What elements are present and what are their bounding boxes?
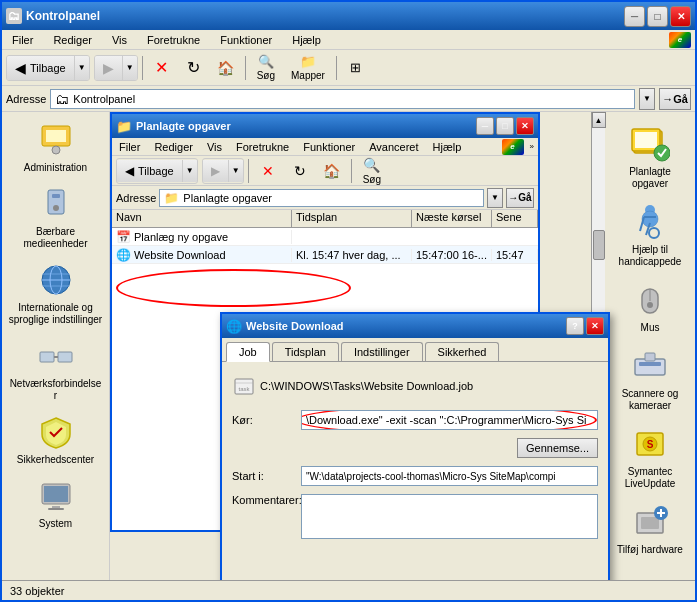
startin-row: Start i:: [232, 466, 598, 486]
minimize-button[interactable]: ─: [624, 6, 645, 27]
icon-mus[interactable]: Mus: [609, 276, 691, 338]
browse-button[interactable]: Gennemse...: [517, 438, 598, 458]
menu-foretrukne[interactable]: Foretrukne: [141, 32, 206, 48]
main-address-bar: Adresse 🗂 Kontrolpanel ▼ → Gå: [2, 86, 695, 112]
scroll-up-btn[interactable]: ▲: [592, 112, 606, 128]
table-row[interactable]: 🌐 Website Download Kl. 15:47 hver dag, .…: [112, 246, 538, 264]
wd-close-btn[interactable]: ✕: [586, 317, 604, 335]
icon-symantec[interactable]: S Symantec LiveUpdate: [609, 420, 691, 494]
menu-filer[interactable]: Filer: [6, 32, 39, 48]
address-input-container: 🗂 Kontrolpanel: [50, 89, 635, 109]
tab-job[interactable]: Job: [226, 342, 270, 362]
pt-col-naeste[interactable]: Næste kørsel: [412, 210, 492, 227]
icon-system[interactable]: System: [6, 472, 105, 534]
icon-scannere[interactable]: Scannere og kameraer: [609, 342, 691, 416]
icon-security[interactable]: Sikkerhedscenter: [6, 408, 105, 470]
planned-tasks-title: Planlagte opgaver: [136, 120, 231, 132]
pt-toolbar-sep-2: [351, 159, 352, 183]
home-icon: 🏠: [218, 60, 234, 76]
pt-forward-dropdown[interactable]: ▼: [229, 160, 243, 182]
stop-button[interactable]: ✕: [147, 53, 177, 83]
search-button[interactable]: 🔍 Søg: [250, 53, 282, 83]
scroll-thumb[interactable]: [593, 230, 605, 260]
pt-menu-foretrukne[interactable]: Foretrukne: [231, 140, 294, 154]
pt-menu-filer[interactable]: Filer: [114, 140, 145, 154]
back-button[interactable]: ◀ Tilbage: [7, 56, 75, 80]
table-row[interactable]: 📅 Planlæg ny opgave: [112, 228, 538, 246]
pt-menu-rediger[interactable]: Rediger: [149, 140, 198, 154]
run-input[interactable]: \Download.exe" -exit -scan ":C:\Programm…: [301, 410, 598, 430]
forward-button[interactable]: ▶ ▼: [94, 55, 138, 81]
svg-point-4: [53, 205, 59, 211]
views-button[interactable]: ⊞: [341, 53, 371, 83]
browse-value: Gennemse...: [301, 438, 598, 458]
system-icon: [36, 476, 76, 516]
website-download-dialog: 🌐 Website Download ? ✕ Job Tidsplan Inds…: [220, 312, 610, 580]
pt-menu-vis[interactable]: Vis: [202, 140, 227, 154]
forward-dropdown[interactable]: ▼: [123, 56, 137, 80]
folders-button[interactable]: 📁 Mapper: [284, 53, 332, 83]
pt-address-go[interactable]: → Gå: [506, 188, 534, 208]
pt-refresh-btn[interactable]: ↻: [285, 158, 315, 184]
tab-indstillinger[interactable]: Indstillinger: [341, 342, 423, 361]
menu-rediger[interactable]: Rediger: [47, 32, 98, 48]
pt-close-btn[interactable]: ✕: [516, 117, 534, 135]
pt-row1-name: 📅 Planlæg ny opgave: [112, 230, 292, 244]
pt-col-tidsplan[interactable]: Tidsplan: [292, 210, 412, 227]
toolbar-sep-3: [336, 56, 337, 80]
refresh-button[interactable]: ↻: [179, 53, 209, 83]
icon-portable-media[interactable]: Bærbare medieenheder: [6, 180, 105, 254]
views-icon: ⊞: [348, 60, 364, 76]
pt-back-dropdown[interactable]: ▼: [183, 160, 197, 182]
system-label: System: [39, 518, 72, 530]
pt-toolbar-toggle[interactable]: »: [528, 142, 536, 151]
maximize-button[interactable]: □: [647, 6, 668, 27]
icon-tilfoej-hardware[interactable]: Tilføj hardware: [609, 498, 691, 560]
pt-stop-btn[interactable]: ✕: [253, 158, 283, 184]
icon-international[interactable]: Internationale og sproglige indstillinge…: [6, 256, 105, 330]
icon-planlagte-opgaver[interactable]: Planlagte opgaver: [609, 120, 691, 194]
wd-help-btn[interactable]: ?: [566, 317, 584, 335]
startin-input[interactable]: [301, 466, 598, 486]
pt-home-btn[interactable]: 🏠: [317, 158, 347, 184]
pt-address-dropdown[interactable]: ▼: [487, 188, 503, 208]
pt-refresh-icon: ↻: [292, 163, 308, 179]
toolbar-sep-2: [245, 56, 246, 80]
pt-col-sene[interactable]: Sene: [492, 210, 538, 227]
planlagte-opgaver-label: Planlagte opgaver: [611, 166, 689, 190]
menu-hjaelp[interactable]: Hjælp: [286, 32, 327, 48]
address-value[interactable]: Kontrolpanel: [73, 93, 135, 105]
address-dropdown[interactable]: ▼: [639, 88, 655, 110]
pt-maximize-btn[interactable]: □: [496, 117, 514, 135]
back-dropdown-arrow[interactable]: ▼: [75, 56, 89, 80]
pt-row2-name-text: Website Download: [134, 249, 226, 261]
pt-menu-hjaelp[interactable]: Hjælp: [428, 140, 467, 154]
pt-col-name[interactable]: Navn: [112, 210, 292, 227]
file-path-row: task C:\WINDOWS\Tasks\Website Download.j…: [232, 370, 598, 402]
menu-funktioner[interactable]: Funktioner: [214, 32, 278, 48]
symantec-icon: S: [630, 424, 670, 464]
forward-main[interactable]: ▶: [95, 56, 123, 80]
home-button[interactable]: 🏠: [211, 53, 241, 83]
pt-forward-button[interactable]: ▶: [203, 160, 229, 182]
pt-search-btn[interactable]: 🔍 Søg: [356, 158, 388, 184]
icon-network[interactable]: Netværksforbindelser: [6, 332, 105, 406]
pt-menu-funktioner[interactable]: Funktioner: [298, 140, 360, 154]
comments-textarea[interactable]: [301, 494, 598, 539]
close-button[interactable]: ✕: [670, 6, 691, 27]
pt-address-input[interactable]: 📁 Planlagte opgaver: [159, 189, 484, 207]
forward-icon: ▶: [103, 60, 114, 76]
pt-minimize-btn[interactable]: ─: [476, 117, 494, 135]
tab-sikkerhed[interactable]: Sikkerhed: [425, 342, 500, 361]
menu-vis[interactable]: Vis: [106, 32, 133, 48]
tab-tidsplan[interactable]: Tidsplan: [272, 342, 339, 361]
icon-hjaelp-handicappede[interactable]: Hjælp til handicappede: [609, 198, 691, 272]
startin-label: Start i:: [232, 470, 297, 482]
pt-menu-avanceret[interactable]: Avanceret: [364, 140, 423, 154]
pt-xp-logo: e: [502, 139, 524, 155]
run-value: \Download.exe" -exit -scan ":C:\Programm…: [306, 414, 586, 426]
icon-administration[interactable]: Administration: [6, 116, 105, 178]
address-go-button[interactable]: → Gå: [659, 88, 691, 110]
main-window-title: Kontrolpanel: [26, 9, 624, 23]
pt-back-button[interactable]: ◀ Tilbage: [117, 160, 183, 182]
